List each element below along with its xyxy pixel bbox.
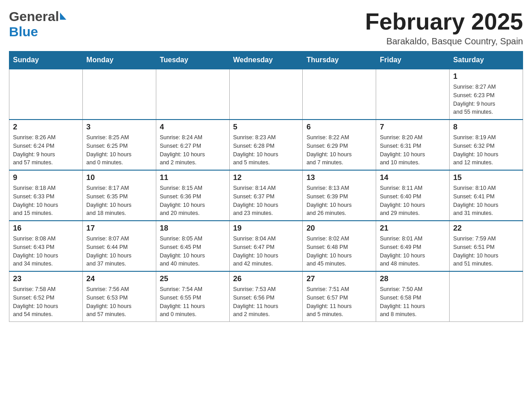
day-number: 4 — [160, 123, 226, 132]
day-number: 25 — [160, 274, 226, 283]
day-number: 6 — [306, 123, 372, 132]
day-info: Sunrise: 8:04 AM Sunset: 6:47 PM Dayligh… — [233, 235, 299, 268]
logo: General Blue — [9, 9, 66, 39]
day-number: 27 — [306, 274, 372, 283]
day-info: Sunrise: 8:27 AM Sunset: 6:23 PM Dayligh… — [453, 83, 519, 116]
day-info: Sunrise: 8:11 AM Sunset: 6:40 PM Dayligh… — [380, 184, 446, 218]
calendar-day-cell: 14Sunrise: 8:11 AM Sunset: 6:40 PM Dayli… — [376, 170, 450, 221]
day-info: Sunrise: 7:50 AM Sunset: 6:58 PM Dayligh… — [380, 285, 446, 319]
calendar-day-cell: 1Sunrise: 8:27 AM Sunset: 6:23 PM Daylig… — [450, 69, 523, 120]
calendar-weekday-header: Friday — [376, 51, 450, 69]
day-info: Sunrise: 8:05 AM Sunset: 6:45 PM Dayligh… — [160, 235, 226, 268]
calendar-day-cell: 16Sunrise: 8:08 AM Sunset: 6:43 PM Dayli… — [9, 221, 83, 271]
day-info: Sunrise: 8:24 AM Sunset: 6:27 PM Dayligh… — [160, 133, 226, 167]
calendar-day-cell: 23Sunrise: 7:58 AM Sunset: 6:52 PM Dayli… — [9, 271, 83, 322]
day-info: Sunrise: 7:59 AM Sunset: 6:51 PM Dayligh… — [453, 235, 519, 268]
day-number: 22 — [453, 224, 519, 233]
calendar-day-cell — [82, 69, 156, 120]
calendar-day-cell: 21Sunrise: 8:01 AM Sunset: 6:49 PM Dayli… — [376, 221, 450, 271]
calendar-weekday-header: Tuesday — [156, 51, 229, 69]
day-info: Sunrise: 8:17 AM Sunset: 6:35 PM Dayligh… — [86, 184, 152, 218]
day-info: Sunrise: 8:26 AM Sunset: 6:24 PM Dayligh… — [13, 133, 79, 167]
day-number: 11 — [160, 173, 226, 182]
day-number: 8 — [453, 123, 519, 132]
title-section: February 2025 Barakaldo, Basque Country,… — [365, 9, 523, 47]
day-number: 20 — [306, 224, 372, 233]
day-number: 18 — [160, 224, 226, 233]
calendar-day-cell: 11Sunrise: 8:15 AM Sunset: 6:36 PM Dayli… — [156, 170, 229, 221]
calendar-week-row: 16Sunrise: 8:08 AM Sunset: 6:43 PM Dayli… — [9, 221, 523, 271]
location-text: Barakaldo, Basque Country, Spain — [365, 36, 523, 47]
day-info: Sunrise: 8:25 AM Sunset: 6:25 PM Dayligh… — [86, 133, 152, 167]
calendar-day-cell: 4Sunrise: 8:24 AM Sunset: 6:27 PM Daylig… — [156, 120, 229, 170]
calendar-day-cell: 5Sunrise: 8:23 AM Sunset: 6:28 PM Daylig… — [229, 120, 303, 170]
day-info: Sunrise: 7:51 AM Sunset: 6:57 PM Dayligh… — [306, 285, 372, 319]
day-number: 13 — [306, 173, 372, 182]
day-number: 7 — [380, 123, 446, 132]
day-info: Sunrise: 8:15 AM Sunset: 6:36 PM Dayligh… — [160, 184, 226, 218]
calendar-day-cell: 13Sunrise: 8:13 AM Sunset: 6:39 PM Dayli… — [303, 170, 376, 221]
calendar-weekday-header: Saturday — [450, 51, 523, 69]
day-info: Sunrise: 8:22 AM Sunset: 6:29 PM Dayligh… — [306, 133, 372, 167]
calendar-day-cell: 24Sunrise: 7:56 AM Sunset: 6:53 PM Dayli… — [82, 271, 156, 322]
calendar-day-cell: 20Sunrise: 8:02 AM Sunset: 6:48 PM Dayli… — [303, 221, 376, 271]
day-info: Sunrise: 8:23 AM Sunset: 6:28 PM Dayligh… — [233, 133, 299, 167]
day-number: 3 — [86, 123, 152, 132]
logo-general-text: General — [9, 9, 59, 24]
day-info: Sunrise: 7:58 AM Sunset: 6:52 PM Dayligh… — [13, 285, 79, 319]
calendar-table: SundayMondayTuesdayWednesdayThursdayFrid… — [9, 51, 523, 322]
calendar-weekday-header: Thursday — [303, 51, 376, 69]
day-info: Sunrise: 7:54 AM Sunset: 6:55 PM Dayligh… — [160, 285, 226, 319]
day-number: 1 — [453, 72, 519, 81]
calendar-day-cell — [229, 69, 303, 120]
day-number: 28 — [380, 274, 446, 283]
calendar-day-cell: 7Sunrise: 8:20 AM Sunset: 6:31 PM Daylig… — [376, 120, 450, 170]
calendar-day-cell: 10Sunrise: 8:17 AM Sunset: 6:35 PM Dayli… — [82, 170, 156, 221]
day-info: Sunrise: 8:13 AM Sunset: 6:39 PM Dayligh… — [306, 184, 372, 218]
logo-arrow-icon — [60, 13, 66, 20]
calendar-header-row: SundayMondayTuesdayWednesdayThursdayFrid… — [9, 51, 523, 69]
day-number: 15 — [453, 173, 519, 182]
day-number: 2 — [13, 123, 79, 132]
day-number: 9 — [13, 173, 79, 182]
day-info: Sunrise: 8:19 AM Sunset: 6:32 PM Dayligh… — [453, 133, 519, 167]
day-info: Sunrise: 7:53 AM Sunset: 6:56 PM Dayligh… — [233, 285, 299, 319]
calendar-day-cell: 12Sunrise: 8:14 AM Sunset: 6:37 PM Dayli… — [229, 170, 303, 221]
day-number: 14 — [380, 173, 446, 182]
day-info: Sunrise: 7:56 AM Sunset: 6:53 PM Dayligh… — [86, 285, 152, 319]
calendar-day-cell: 26Sunrise: 7:53 AM Sunset: 6:56 PM Dayli… — [229, 271, 303, 322]
page-header: General Blue February 2025 Barakaldo, Ba… — [9, 9, 523, 47]
calendar-week-row: 9Sunrise: 8:18 AM Sunset: 6:33 PM Daylig… — [9, 170, 523, 221]
day-number: 17 — [86, 224, 152, 233]
month-title: February 2025 — [365, 9, 523, 34]
calendar-day-cell: 28Sunrise: 7:50 AM Sunset: 6:58 PM Dayli… — [376, 271, 450, 322]
calendar-day-cell: 6Sunrise: 8:22 AM Sunset: 6:29 PM Daylig… — [303, 120, 376, 170]
calendar-weekday-header: Sunday — [9, 51, 83, 69]
day-info: Sunrise: 8:08 AM Sunset: 6:43 PM Dayligh… — [13, 235, 79, 268]
day-number: 19 — [233, 224, 299, 233]
day-number: 21 — [380, 224, 446, 233]
day-info: Sunrise: 8:01 AM Sunset: 6:49 PM Dayligh… — [380, 235, 446, 268]
day-number: 12 — [233, 173, 299, 182]
calendar-day-cell: 15Sunrise: 8:10 AM Sunset: 6:41 PM Dayli… — [450, 170, 523, 221]
calendar-week-row: 2Sunrise: 8:26 AM Sunset: 6:24 PM Daylig… — [9, 120, 523, 170]
calendar-weekday-header: Monday — [82, 51, 156, 69]
day-number: 26 — [233, 274, 299, 283]
calendar-day-cell — [156, 69, 229, 120]
logo-blue-text: Blue — [9, 24, 38, 39]
day-number: 24 — [86, 274, 152, 283]
calendar-day-cell: 27Sunrise: 7:51 AM Sunset: 6:57 PM Dayli… — [303, 271, 376, 322]
calendar-day-cell: 9Sunrise: 8:18 AM Sunset: 6:33 PM Daylig… — [9, 170, 83, 221]
calendar-week-row: 1Sunrise: 8:27 AM Sunset: 6:23 PM Daylig… — [9, 69, 523, 120]
calendar-week-row: 23Sunrise: 7:58 AM Sunset: 6:52 PM Dayli… — [9, 271, 523, 322]
day-info: Sunrise: 8:10 AM Sunset: 6:41 PM Dayligh… — [453, 184, 519, 218]
calendar-day-cell: 3Sunrise: 8:25 AM Sunset: 6:25 PM Daylig… — [82, 120, 156, 170]
calendar-day-cell: 25Sunrise: 7:54 AM Sunset: 6:55 PM Dayli… — [156, 271, 229, 322]
calendar-day-cell — [303, 69, 376, 120]
day-info: Sunrise: 8:20 AM Sunset: 6:31 PM Dayligh… — [380, 133, 446, 167]
day-info: Sunrise: 8:07 AM Sunset: 6:44 PM Dayligh… — [86, 235, 152, 268]
calendar-day-cell: 18Sunrise: 8:05 AM Sunset: 6:45 PM Dayli… — [156, 221, 229, 271]
calendar-weekday-header: Wednesday — [229, 51, 303, 69]
calendar-day-cell: 2Sunrise: 8:26 AM Sunset: 6:24 PM Daylig… — [9, 120, 83, 170]
calendar-day-cell: 22Sunrise: 7:59 AM Sunset: 6:51 PM Dayli… — [450, 221, 523, 271]
